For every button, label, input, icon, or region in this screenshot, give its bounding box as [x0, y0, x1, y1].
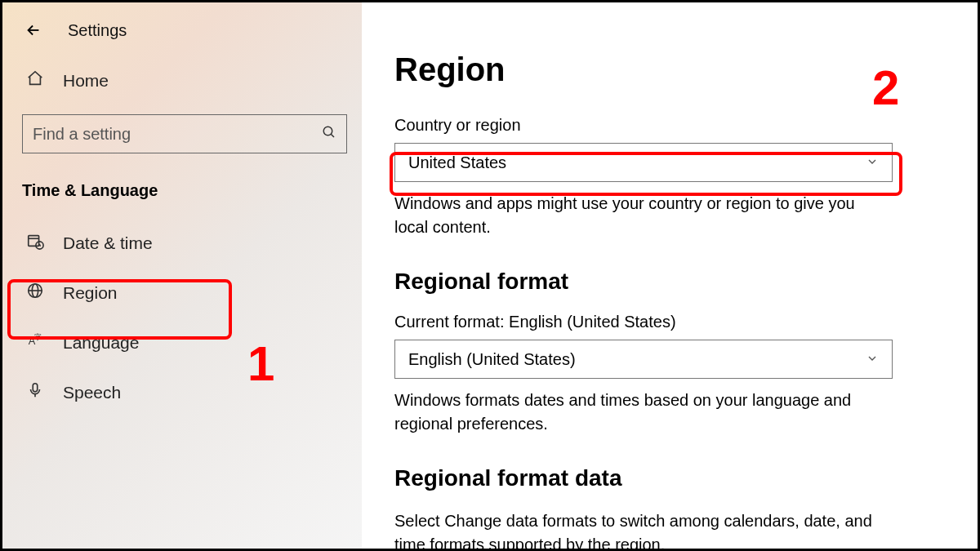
sidebar-item-label: Language — [63, 333, 139, 353]
country-label: Country or region — [394, 116, 945, 135]
search-icon — [322, 125, 336, 143]
chevron-down-icon — [866, 153, 879, 172]
header-row: Settings — [2, 19, 362, 58]
sidebar-item-home[interactable]: Home — [2, 58, 362, 103]
search-box[interactable] — [22, 114, 347, 153]
sidebar-item-label: Speech — [63, 383, 121, 402]
back-arrow-icon — [24, 21, 42, 39]
globe-icon — [25, 282, 45, 304]
format-value: English (United States) — [408, 350, 576, 369]
sidebar-item-date-time[interactable]: Date & time — [2, 218, 362, 268]
regional-format-title: Regional format — [394, 269, 945, 295]
country-description: Windows and apps might use your country … — [394, 192, 893, 239]
sidebar: Settings Home Time & Language Date & tim… — [2, 2, 362, 549]
svg-point-0 — [323, 127, 332, 136]
format-data-description: Select Change data formats to switch amo… — [394, 509, 893, 549]
language-icon: A字 — [25, 331, 45, 353]
country-value: United States — [408, 153, 506, 172]
back-button[interactable] — [22, 19, 45, 42]
svg-rect-2 — [29, 236, 39, 247]
microphone-icon — [25, 381, 45, 403]
calendar-clock-icon — [25, 232, 45, 254]
search-input[interactable] — [33, 125, 322, 144]
format-description: Windows formats dates and times based on… — [394, 389, 893, 436]
sidebar-item-speech[interactable]: Speech — [2, 367, 362, 417]
format-dropdown[interactable]: English (United States) — [394, 340, 893, 379]
home-label: Home — [63, 71, 109, 91]
sidebar-item-label: Region — [63, 283, 118, 303]
page-title: Region — [394, 51, 945, 88]
country-dropdown[interactable]: United States — [394, 143, 893, 182]
window-title: Settings — [68, 21, 127, 40]
current-format-label: Current format: English (United States) — [394, 313, 945, 331]
sidebar-item-label: Date & time — [63, 233, 153, 253]
main-content: Region Country or region United States W… — [362, 2, 978, 549]
chevron-down-icon — [866, 350, 879, 369]
sidebar-item-language[interactable]: A字 Language — [2, 318, 362, 367]
regional-format-data-title: Regional format data — [394, 465, 945, 491]
sidebar-item-region[interactable]: Region — [2, 268, 362, 318]
section-title: Time & Language — [2, 176, 362, 218]
svg-line-1 — [331, 134, 334, 137]
svg-rect-10 — [33, 384, 38, 392]
svg-text:字: 字 — [34, 333, 42, 341]
home-icon — [25, 69, 45, 91]
